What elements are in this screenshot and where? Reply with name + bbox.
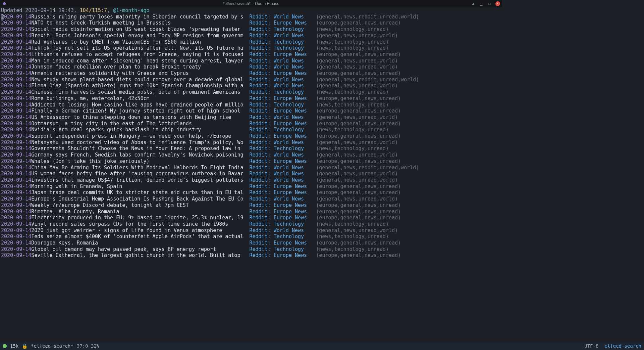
entry-feed: Reddit: Technology: [250, 45, 316, 51]
entry-feed: Reddit: World News: [250, 77, 316, 83]
entry-feed: Reddit: Technology: [250, 102, 316, 108]
entry-feed: Reddit: World News: [250, 114, 316, 121]
entry-title: Japan trade deal commits UK to stricter …: [31, 189, 249, 196]
entry-feed: Reddit: Europe News: [250, 215, 316, 221]
pin-icon[interactable]: ▲: [471, 2, 475, 6]
entry-title: Elena Díaz (Spanish athlete) runs the 10…: [31, 83, 249, 89]
entry-list: 2020-09-14 Russia's ruling party loses m…: [1, 14, 501, 259]
feed-entry[interactable]: 2020-09-14 Armenia reiterates solidarity…: [1, 70, 501, 77]
entry-tags: (europe,general,news,unread): [316, 202, 401, 209]
feed-entry[interactable]: 2020-09-14 Finally a German citizen! My …: [1, 108, 501, 114]
entry-date: 2020-09-14: [1, 95, 31, 102]
feed-entry[interactable]: 2020-09-14 Johnson faces rebellion over …: [1, 64, 501, 70]
entry-feed: Reddit: Europe News: [250, 133, 316, 139]
feed-entry[interactable]: 2020-09-14 Elena Díaz (Spanish athlete) …: [1, 83, 501, 89]
feed-entry[interactable]: 2020-09-14 Ootmarsum, a tiny city in the…: [1, 121, 501, 127]
entry-tags: (news,technology,unread): [316, 45, 389, 51]
feed-entry[interactable]: 2020-09-14 Man in induced coma after 'si…: [1, 58, 501, 64]
feed-entry[interactable]: 2020-09-14 2020 just got weirder - signs…: [1, 227, 501, 234]
entry-date: 2020-09-14: [1, 20, 31, 26]
feed-entry[interactable]: 2020-09-14 Support independent press in …: [1, 133, 501, 139]
entry-date: 2020-09-14: [1, 171, 31, 177]
feed-entry[interactable]: 2020-09-14 Dobrogea Keys, Romania Reddit…: [1, 240, 501, 246]
entry-date: 2020-09-14: [1, 39, 31, 45]
entry-date: 2020-09-14: [1, 183, 31, 190]
entry-date: 2020-09-14: [1, 77, 31, 83]
entry-date: 2020-09-14: [1, 127, 31, 133]
entry-tags: (general,news,unread,world): [316, 171, 398, 177]
buffer-content: Updated 2020-09-14 19:43, 104/115:7, @1-…: [0, 7, 502, 259]
entry-date: 2020-09-14: [1, 133, 31, 139]
feed-entry[interactable]: 2020-09-14 Rome buildings, me, watercolo…: [1, 95, 501, 102]
feed-entry[interactable]: 2020-09-14 Brexit: Boris Johnson's speci…: [1, 33, 501, 39]
feed-entry[interactable]: 2020-09-14 Governments Shouldn't Choose …: [1, 145, 501, 152]
entry-date: 2020-09-14: [1, 139, 31, 146]
entry-tags: (europe,general,news,unread): [316, 133, 401, 139]
entry-feed: Reddit: Europe News: [250, 95, 316, 102]
entry-title: Netanyahu used doctored video of Abbas t…: [31, 139, 249, 146]
feed-entry[interactable]: 2020-09-14 Feds seize almost $400K of 'c…: [1, 233, 501, 240]
entry-tags: (europe,general,news,unread): [316, 183, 401, 190]
entry-tags: (general,news,unread,world): [316, 196, 398, 202]
entry-tags: (general,news,unread,world): [316, 114, 398, 121]
entry-date: 2020-09-14: [1, 152, 31, 158]
maximize-button[interactable]: ▢: [487, 2, 491, 6]
entry-feed: Reddit: Europe News: [250, 70, 316, 77]
feed-entry[interactable]: 2020-09-14 Red Ventures to buy CNET from…: [1, 39, 501, 45]
close-button[interactable]: ×: [495, 1, 500, 6]
entry-title: Russia's ruling party loses majority in …: [31, 14, 249, 20]
entry-title: Morning walk in Granada, Spain: [31, 183, 249, 190]
feed-entry[interactable]: 2020-09-14 US Ambassador to China steppi…: [1, 114, 501, 121]
entry-tags: (general,news,unread,world): [316, 139, 398, 146]
app-icon: [2, 1, 7, 6]
entry-title: Nvidia's Arm deal sparks quick backlash …: [31, 127, 249, 133]
feed-entry[interactable]: 2020-09-14 China May Be Arming Its Soldi…: [1, 165, 501, 171]
feed-entry[interactable]: 2020-09-14 Electricity produced in the E…: [1, 215, 501, 221]
feed-entry[interactable]: 2020-09-14 Investors that manage US$47 t…: [1, 177, 501, 183]
feed-entry[interactable]: 2020-09-14 Global oil demand may have pa…: [1, 246, 501, 253]
feed-entry[interactable]: 2020-09-14 Chinese firm harvests social …: [1, 89, 501, 95]
feed-entry[interactable]: 2020-09-14 Weekly /r/europe Discord deba…: [1, 202, 501, 209]
entry-tags: (europe,general,news,unread): [316, 158, 401, 165]
feed-entry[interactable]: 2020-09-14 Morning walk in Granada, Spai…: [1, 183, 501, 190]
entry-date: 2020-09-14: [1, 196, 31, 202]
feed-entry[interactable]: 2020-09-14 Japan trade deal commits UK t…: [1, 189, 501, 196]
feed-entry[interactable]: 2020-09-14 Europe's Industrial Hemp Asso…: [1, 196, 501, 202]
entry-date: 2020-09-14: [1, 145, 31, 152]
feed-entry[interactable]: 2020-09-14 Lithuania refuses to accept r…: [1, 51, 501, 58]
entry-title: US Ambassador to China stepping down as …: [31, 114, 249, 121]
feed-entry[interactable]: 2020-09-14 Netanyahu used doctored video…: [1, 139, 501, 146]
entry-title: Red Ventures to buy CNET from ViacomCBS …: [31, 39, 249, 45]
feed-entry[interactable]: 2020-09-14 Rimetea, Alba County, Romania…: [1, 209, 501, 215]
entry-feed: Reddit: World News: [250, 83, 316, 89]
entry-feed: Reddit: World News: [250, 152, 316, 158]
entry-date: 2020-09-14: [1, 158, 31, 165]
feed-entry[interactable]: 2020-09-14 Social media disinformation o…: [1, 26, 501, 33]
feed-entry[interactable]: 2020-09-14 Russia's ruling party loses m…: [1, 14, 501, 20]
feed-entry[interactable]: 2020-09-14 Germany says French, Swedish …: [1, 152, 501, 158]
entry-tags: (news,technology,unread): [316, 102, 389, 108]
entry-tags: (general,news,unread,world): [316, 33, 398, 39]
entry-feed: Reddit: Europe News: [250, 189, 316, 196]
entry-tags: (europe,general,news,unread): [316, 70, 401, 77]
entry-feed: Reddit: Technology: [250, 127, 316, 133]
feed-entry[interactable]: 2020-09-14 US woman faces hefty fine aft…: [1, 171, 501, 177]
feed-entry[interactable]: 2020-09-14 TikTok may not sell its US op…: [1, 45, 501, 51]
feed-entry[interactable]: 2020-09-14 Addicted to losing: How casin…: [1, 102, 501, 108]
feed-entry[interactable]: 2020-09-14 Seville Cathedral, the larges…: [1, 252, 501, 259]
window-controls: ▲ ▁ ▢ ×: [471, 1, 500, 6]
entry-title: Seville Cathedral, the largest gothic ch…: [31, 252, 249, 259]
entry-title: Global oil demand may have passed peak, …: [31, 246, 249, 253]
entry-title: Ootmarsum, a tiny city in the east of Th…: [31, 121, 249, 127]
feed-entry[interactable]: 2020-09-14 Nvidia's Arm deal sparks quic…: [1, 127, 501, 133]
entry-feed: Reddit: Technology: [250, 89, 316, 95]
minimize-button[interactable]: ▁: [479, 2, 483, 6]
feed-entry[interactable]: 2020-09-14 NATO to host Greek-Turkish me…: [1, 20, 501, 26]
feed-entry[interactable]: 2020-09-14 Whales (Don't take this joke …: [1, 158, 501, 165]
feed-entry[interactable]: 2020-09-14 Vinyl record sales surpass CD…: [1, 221, 501, 227]
feed-entry[interactable]: 2020-09-14 New study shows plant-based d…: [1, 77, 501, 83]
entry-tags: (general,news,reddit,unread,world): [316, 14, 419, 20]
entry-title: Man in induced coma after 'sickening' he…: [31, 58, 249, 64]
entry-title: Germany says French, Swedish labs confir…: [31, 152, 249, 158]
entry-feed: Reddit: Europe News: [250, 158, 316, 165]
